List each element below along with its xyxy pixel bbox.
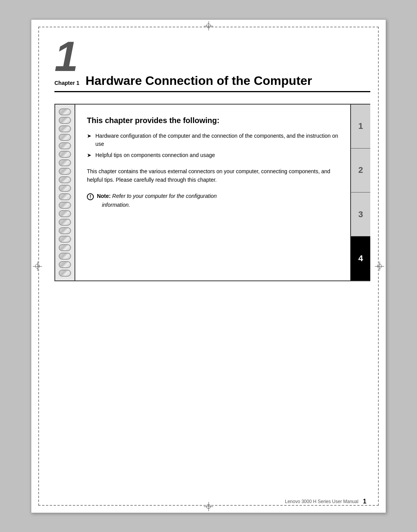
page-number: 1 xyxy=(363,498,366,505)
section-title: This chapter provides the following: xyxy=(87,116,342,125)
description-text: This chapter contains the various extern… xyxy=(87,167,342,184)
notebook-box: This chapter provides the following: ➤ H… xyxy=(54,104,370,281)
bullet-arrow-icon: ➤ xyxy=(87,132,92,140)
spiral-ring xyxy=(59,117,71,124)
chapter-tabs: 1 2 3 4 xyxy=(350,105,370,280)
spiral-ring xyxy=(59,219,71,226)
chapter-heading: Chapter 1 Hardware Connection of the Com… xyxy=(54,74,370,88)
footer: Lenovo 3000 H Series User Manual 1 xyxy=(285,498,366,505)
note-icon: ! xyxy=(87,193,94,200)
spiral-ring xyxy=(59,108,71,115)
spiral-ring xyxy=(59,253,71,260)
bullet-list: ➤ Hardware configuration of the computer… xyxy=(87,132,342,159)
spiral-ring xyxy=(59,210,71,217)
note-block: ! Note: Refer to your computer for the c… xyxy=(87,192,342,209)
tab-4: 4 xyxy=(350,236,370,280)
tab-3: 3 xyxy=(350,193,370,236)
bullet-arrow-icon: ➤ xyxy=(87,151,92,159)
spiral-ring xyxy=(59,142,71,149)
tab-2: 2 xyxy=(350,149,370,193)
notebook-content: This chapter provides the following: ➤ H… xyxy=(75,105,370,280)
spiral-ring xyxy=(59,176,71,183)
crosshair-top xyxy=(204,21,213,30)
spiral-ring xyxy=(59,125,71,132)
spiral-ring xyxy=(59,185,71,192)
spiral-ring xyxy=(59,261,71,268)
list-item: ➤ Hardware configuration of the computer… xyxy=(87,132,342,148)
spiral-binding xyxy=(55,105,75,280)
bullet-text-1: Hardware configuration of the computer a… xyxy=(95,132,342,148)
chapter-title: Hardware Connection of the Computer xyxy=(86,74,312,88)
tab-1: 1 xyxy=(350,105,370,149)
note-label: Note: xyxy=(97,193,111,199)
spiral-ring xyxy=(59,236,71,243)
spiral-ring xyxy=(59,244,71,251)
chapter-number-large: 1 xyxy=(54,35,370,78)
spiral-ring xyxy=(59,227,71,234)
page: 1 Chapter 1 Hardware Connection of the C… xyxy=(31,19,386,513)
bullet-text-2: Helpful tips on components connection an… xyxy=(95,151,215,159)
page-content: 1 Chapter 1 Hardware Connection of the C… xyxy=(54,35,370,497)
chapter-divider xyxy=(54,91,370,92)
crosshair-bottom xyxy=(204,502,213,511)
crosshair-left xyxy=(33,262,42,271)
chapter-label: Chapter 1 xyxy=(54,80,80,86)
spiral-ring xyxy=(59,202,71,209)
spiral-ring xyxy=(59,270,71,277)
spiral-ring xyxy=(59,159,71,166)
spiral-ring xyxy=(59,168,71,175)
manual-name: Lenovo 3000 H Series User Manual xyxy=(285,499,358,504)
spiral-ring xyxy=(59,193,71,200)
list-item: ➤ Helpful tips on components connection … xyxy=(87,151,342,159)
spiral-ring xyxy=(59,134,71,141)
crosshair-right xyxy=(375,262,384,271)
spiral-ring xyxy=(59,151,71,158)
